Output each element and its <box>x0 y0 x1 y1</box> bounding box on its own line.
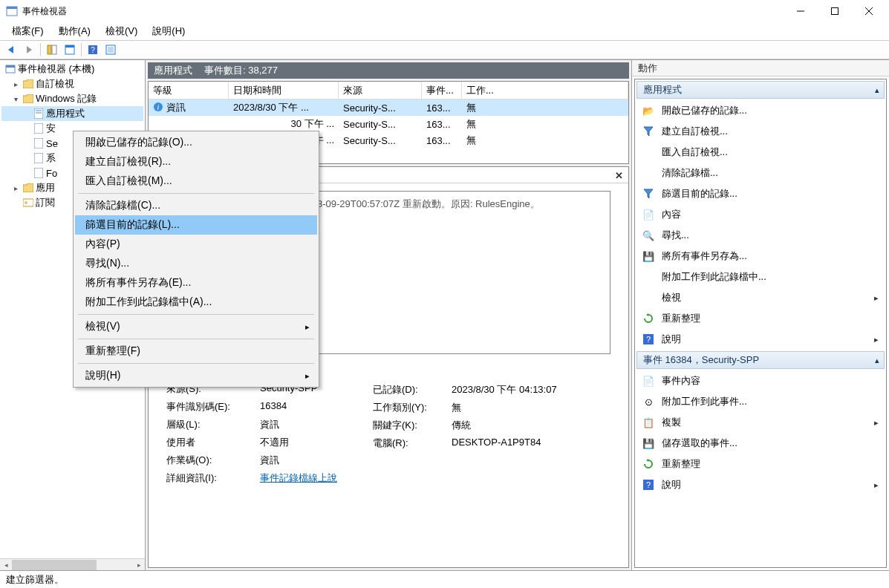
action-attach-task[interactable]: 附加工作到此記錄檔中... <box>635 267 886 287</box>
event-row[interactable]: i資訊 2023/8/30 下午 ... Security-S... 163..… <box>149 99 628 116</box>
chevron-up-icon: ▴ <box>875 85 879 95</box>
cell-datetime: 30 下午 ... <box>229 117 339 131</box>
action-filter-current[interactable]: 篩選目前的記錄... <box>635 183 886 204</box>
refresh-icon <box>642 313 654 324</box>
import-icon <box>642 146 654 158</box>
action-find[interactable]: 🔍尋找... <box>635 225 886 246</box>
folder-icon <box>22 78 34 90</box>
svg-rect-22 <box>34 168 43 178</box>
expand-icon[interactable]: ▸ <box>10 79 21 89</box>
menu-action[interactable]: 動作(A) <box>53 23 97 39</box>
log-icon <box>33 152 45 164</box>
folder-icon <box>22 93 34 105</box>
keywords-label: 關鍵字(K): <box>373 419 440 432</box>
cm-filter-current[interactable]: 篩選目前的記錄(L)... <box>75 215 317 235</box>
action-save-selected[interactable]: 💾儲存選取的事件... <box>635 433 886 454</box>
action-open-saved[interactable]: 📂開啟已儲存的記錄... <box>635 100 886 121</box>
svg-text:?: ? <box>646 480 651 489</box>
info-icon: i <box>153 102 163 114</box>
menu-help[interactable]: 說明(H) <box>146 23 191 39</box>
toolbar: ? <box>0 40 889 59</box>
expand-icon[interactable]: ▸ <box>10 183 21 193</box>
collapse-icon[interactable]: ▾ <box>10 94 21 104</box>
cm-refresh[interactable]: 重新整理(F) <box>75 342 317 361</box>
svg-text:i: i <box>157 103 160 111</box>
action-refresh2[interactable]: 重新整理 <box>635 454 886 474</box>
back-button[interactable] <box>3 42 19 58</box>
context-menu: 開啟已儲存的記錄(O)... 建立自訂檢視(R)... 匯入自訂檢視(M)...… <box>73 131 319 388</box>
event-row[interactable]: 30 下午 ... Security-S... 163... 無 <box>149 116 628 132</box>
clear-icon <box>642 167 654 179</box>
col-source[interactable]: 來源 <box>339 82 422 99</box>
filter-icon <box>642 188 654 200</box>
action-clear-log[interactable]: 清除記錄檔... <box>635 163 886 183</box>
tree-hscroll[interactable]: ◂ ▸ <box>0 558 145 570</box>
close-button[interactable] <box>852 0 886 22</box>
cm-open-saved[interactable]: 開啟已儲存的記錄(O)... <box>75 133 317 152</box>
maximize-button[interactable] <box>818 0 852 22</box>
scroll-right-icon[interactable]: ▸ <box>133 560 145 570</box>
action-attach-task-event[interactable]: ⊙附加工作到此事件... <box>635 391 886 412</box>
eventid-value: 16384 <box>260 400 287 414</box>
help-button[interactable]: ? <box>85 42 101 58</box>
level-value: 資訊 <box>260 418 279 431</box>
cm-find[interactable]: 尋找(N)... <box>75 254 317 273</box>
computer-value: DESKTOP-A1P9T84 <box>452 437 541 450</box>
action-help[interactable]: ?說明▸ <box>635 329 886 350</box>
cm-clear-log[interactable]: 清除記錄檔(C)... <box>75 196 317 215</box>
cm-create-custom[interactable]: 建立自訂檢視(R)... <box>75 152 317 172</box>
help-icon: ? <box>642 333 654 345</box>
col-level[interactable]: 等級 <box>149 82 229 99</box>
forward-button[interactable] <box>21 42 37 58</box>
col-eventid[interactable]: 事件... <box>422 82 462 99</box>
tree-root[interactable]: 事件檢視器 (本機) <box>1 62 143 76</box>
cm-view[interactable]: 檢視(V)▸ <box>75 317 317 336</box>
actions-section-application[interactable]: 應用程式 ▴ <box>636 81 885 99</box>
cell-source: Security-S... <box>339 119 422 130</box>
event-viewer-icon <box>4 63 16 75</box>
col-task[interactable]: 工作... <box>462 82 628 99</box>
moreinfo-link[interactable]: 事件記錄檔線上說 <box>260 471 337 485</box>
action-save-all[interactable]: 💾將所有事件另存為... <box>635 246 886 267</box>
chevron-right-icon: ▸ <box>305 322 310 332</box>
col-datetime[interactable]: 日期和時間 <box>229 82 339 99</box>
actions-section-event[interactable]: 事件 16384，Security-SPP ▴ <box>636 351 885 369</box>
tree-label: Se <box>46 138 58 149</box>
center-header-count: 事件數目: 38,277 <box>204 64 278 77</box>
cm-attach-task[interactable]: 附加工作到此記錄檔中(A)... <box>75 293 317 312</box>
tree-windows-logs[interactable]: ▾ Windows 記錄 <box>1 91 143 106</box>
action-view[interactable]: 檢視▸ <box>635 287 886 308</box>
close-icon[interactable]: ✕ <box>612 169 625 182</box>
action-import-custom[interactable]: 匯入自訂檢視... <box>635 142 886 163</box>
cm-import-custom[interactable]: 匯入自訂檢視(M)... <box>75 172 317 191</box>
cm-help[interactable]: 說明(H)▸ <box>75 366 317 385</box>
action-create-custom[interactable]: 建立自訂檢視... <box>635 121 886 142</box>
properties-button[interactable] <box>62 42 78 58</box>
preview-button[interactable] <box>102 42 119 58</box>
tree-custom-views[interactable]: ▸ 自訂檢視 <box>1 76 143 91</box>
action-properties[interactable]: 📄內容 <box>635 204 886 225</box>
logged-value: 2023/8/30 下午 04:13:07 <box>452 383 557 396</box>
grid-header: 等級 日期和時間 來源 事件... 工作... <box>149 82 628 99</box>
scroll-left-icon[interactable]: ◂ <box>0 560 12 570</box>
cm-save-all[interactable]: 將所有事件另存為(E)... <box>75 273 317 293</box>
opcode-label: 作業碼(O): <box>166 454 248 467</box>
action-event-properties[interactable]: 📄事件內容 <box>635 370 886 391</box>
scroll-thumb[interactable] <box>12 560 97 570</box>
log-icon <box>33 167 45 179</box>
action-refresh[interactable]: 重新整理 <box>635 308 886 329</box>
svg-rect-21 <box>34 153 43 163</box>
action-help2[interactable]: ?說明▸ <box>635 474 886 495</box>
scroll-track[interactable] <box>12 560 133 570</box>
cm-properties[interactable]: 內容(P) <box>75 235 317 254</box>
cell-task: 無 <box>462 117 628 131</box>
show-hide-tree-button[interactable] <box>44 42 60 58</box>
tree-item-application[interactable]: 應用程式 <box>1 106 143 121</box>
cell-eventid: 163... <box>422 102 462 114</box>
menu-view[interactable]: 檢視(V) <box>100 23 143 39</box>
svg-rect-13 <box>108 47 114 53</box>
action-copy[interactable]: 📋複製▸ <box>635 412 886 433</box>
minimize-button[interactable] <box>784 0 818 22</box>
help-icon: ? <box>642 479 654 491</box>
menu-file[interactable]: 檔案(F) <box>6 23 50 39</box>
